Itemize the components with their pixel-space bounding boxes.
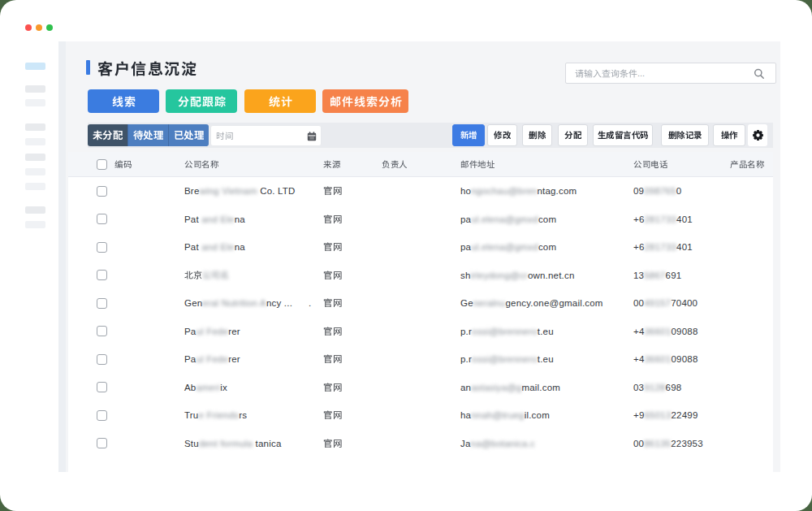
column-header-6[interactable]	[633, 152, 667, 177]
traffic-light-zoom[interactable]	[46, 24, 53, 31]
action-button-7[interactable]	[713, 124, 745, 146]
table-row[interactable]: Brewing Vietnam Co. LTDhongochau@brennta…	[68, 177, 773, 206]
cell-text: na	[235, 214, 245, 224]
cell-text: Stu	[184, 439, 199, 448]
column-header-1[interactable]	[114, 152, 132, 177]
cell-text: 09088	[672, 327, 698, 336]
cell-text: Ab	[184, 383, 196, 392]
cell-text: ix	[220, 383, 227, 392]
redacted-text: 36601	[645, 327, 672, 336]
action-button-2[interactable]	[487, 124, 517, 146]
row-checkbox[interactable]	[97, 298, 107, 309]
search-input[interactable]: ...	[565, 63, 776, 84]
row-checkbox[interactable]	[97, 438, 107, 448]
cell-email: p.rossi@brennerot.eu	[460, 345, 554, 374]
panel-gutter	[58, 41, 66, 472]
cell-text: mail.com	[521, 383, 560, 392]
cell-text: Pa	[184, 327, 196, 336]
search-icon[interactable]	[753, 67, 766, 80]
sidebar-skeleton-bar	[25, 154, 45, 161]
row-checkbox[interactable]	[97, 410, 107, 421]
nav-button-4[interactable]	[322, 89, 408, 113]
cell-source	[323, 233, 342, 262]
row-checkbox[interactable]	[97, 326, 107, 336]
cell-phone: 0086135223953	[633, 430, 703, 458]
cell-text: rs	[239, 410, 247, 420]
row-checkbox[interactable]	[97, 186, 107, 197]
cell-company: Pat and Elena	[184, 206, 245, 234]
cell-text: 0	[676, 186, 682, 196]
cell-text: 223953	[671, 439, 703, 448]
cell-source	[323, 430, 342, 458]
cell-phone: +96501322499	[633, 401, 698, 430]
table-row[interactable]: Paul Federerp.rossi@brennerot.eu+4366010…	[68, 318, 773, 346]
column-header-4[interactable]	[382, 152, 408, 177]
table-row[interactable]: Paul Federerp.rossi@brennerot.eu+4366010…	[68, 345, 773, 374]
cell-email: paul.elena@gmxdcom	[460, 206, 556, 234]
cell-email: hannah@truegil.com	[460, 401, 550, 430]
cell-company: Paul Federer	[184, 318, 240, 346]
table-row[interactable]: Pat and Elenapaul.elena@gmxdcom+62817334…	[68, 206, 773, 234]
nav-button-3[interactable]	[244, 89, 316, 113]
action-button-3[interactable]	[522, 124, 552, 146]
page-title	[97, 60, 197, 78]
table-header	[68, 152, 773, 177]
table-row[interactable]: True Friendsrshannah@truegil.com+9650132…	[68, 401, 773, 430]
cell-text: ntag.com	[537, 186, 577, 196]
row-checkbox[interactable]	[97, 382, 107, 392]
redacted-text: 36601	[645, 354, 672, 364]
redacted-text: ngochau@bren	[471, 186, 537, 196]
filter-tab-3[interactable]	[168, 124, 209, 146]
table-row[interactable]: Pat and Elenapaul.elena@gmxdcom+62817334…	[68, 233, 773, 262]
settings-button[interactable]	[748, 124, 767, 146]
action-button-6[interactable]	[661, 124, 709, 146]
cell-text: gency.one@gmail.com	[506, 298, 603, 308]
sidebar-skeleton-bar	[25, 168, 45, 175]
cell-phone: 090987650	[633, 177, 681, 206]
column-header-3[interactable]	[323, 152, 340, 177]
date-filter-input[interactable]	[210, 125, 322, 146]
cell-text: 09	[633, 186, 644, 196]
row-checkbox[interactable]	[97, 214, 107, 224]
cell-text: Tru	[184, 410, 198, 420]
cell-text: com	[538, 214, 556, 224]
cell-text: an	[460, 383, 471, 392]
redacted-text: and Ele	[199, 242, 235, 252]
sidebar-skeleton-bar	[25, 138, 45, 145]
row-checkbox[interactable]	[97, 242, 107, 253]
nav-button-2[interactable]	[166, 89, 237, 113]
table-row[interactable]: Abameriixanastasiya@gmail.com039128698	[68, 374, 773, 402]
row-checkbox[interactable]	[97, 354, 107, 365]
cell-text: sh	[460, 271, 471, 280]
cell-source	[323, 177, 342, 206]
traffic-light-close[interactable]	[25, 24, 32, 31]
redacted-text: ul Fede	[196, 327, 228, 336]
select-all-checkbox[interactable]	[97, 159, 107, 170]
redacted-text	[202, 271, 229, 280]
column-header-5[interactable]	[460, 152, 495, 177]
action-button-5[interactable]	[593, 124, 653, 146]
row-checkbox[interactable]	[97, 270, 107, 280]
cell-text: own.net.cn	[528, 271, 575, 280]
redacted-text: 098765	[644, 186, 676, 196]
column-header-7[interactable]	[730, 152, 764, 177]
cell-text: Ge	[460, 298, 473, 308]
table-row[interactable]: shirleydong@crown.net.cn135867691	[68, 262, 773, 290]
table-row[interactable]: Student formula tanicaJana@botanica.c008…	[68, 430, 773, 458]
cell-company: Student formula tanica	[184, 430, 282, 458]
redacted-text: wing Vietnam	[200, 186, 257, 196]
traffic-light-minimize[interactable]	[36, 24, 42, 31]
action-button-4[interactable]	[558, 124, 588, 146]
cell-phone: 135867691	[633, 262, 681, 290]
cell-company: General Nutrition Ancy ....	[184, 289, 311, 318]
redacted-text: ul.elena@gmxd	[471, 214, 538, 224]
cell-text: il.com	[525, 410, 550, 420]
main-panel: ...	[58, 41, 780, 472]
redacted-text: ossi@brennero	[472, 354, 538, 364]
nav-button-1[interactable]	[88, 89, 159, 113]
filter-tab-2[interactable]	[127, 124, 168, 146]
column-header-2[interactable]	[184, 152, 218, 177]
table-row[interactable]: General Nutrition Ancy ....Generalnugenc…	[68, 289, 773, 318]
action-button-1[interactable]	[452, 124, 485, 146]
filter-tab-1[interactable]	[88, 124, 127, 146]
